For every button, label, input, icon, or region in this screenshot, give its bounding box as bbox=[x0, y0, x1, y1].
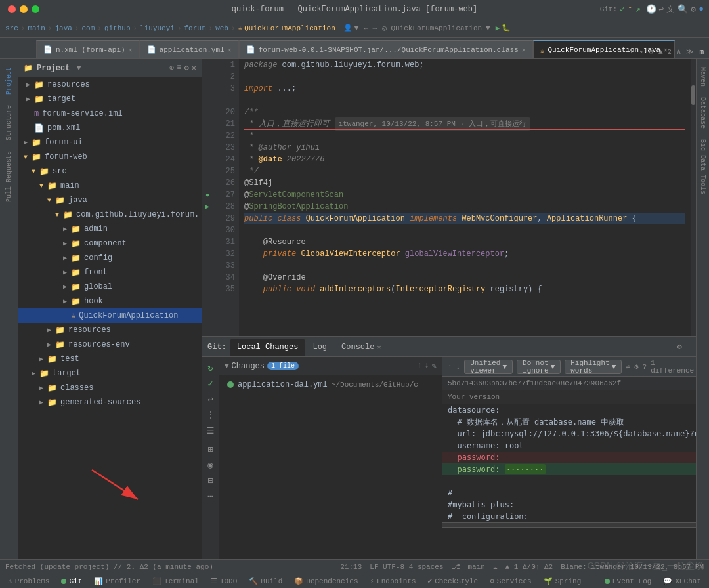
diff-split-icon[interactable]: ⇌ bbox=[626, 362, 630, 371]
git-more-icon[interactable]: ⋯ bbox=[204, 490, 217, 503]
tab-scroll-right[interactable]: › bbox=[639, 48, 644, 56]
structure-panel-label[interactable]: Structure bbox=[4, 100, 14, 146]
tab-scroll-left[interactable]: ‹ bbox=[630, 48, 634, 56]
code-editor[interactable]: package com.github.liuyueyi.forum.web; i… bbox=[239, 59, 691, 336]
tool-services[interactable]: ⚙ Services bbox=[484, 575, 536, 588]
changes-edit-icon[interactable]: ✎ bbox=[432, 361, 437, 371]
changes-up-icon[interactable]: ↑ bbox=[417, 361, 421, 371]
git-group-icon[interactable]: ⊞ bbox=[204, 442, 217, 455]
more-tabs-icon[interactable]: ≫ bbox=[686, 47, 694, 56]
project-panel-label[interactable]: Project bbox=[4, 62, 14, 100]
maximize-button[interactable] bbox=[32, 5, 39, 13]
maven-side-label[interactable]: Maven bbox=[698, 62, 708, 92]
tree-component[interactable]: ▶ 📁 component bbox=[18, 236, 202, 251]
tree-generated[interactable]: ▶ 📁 generated-sources bbox=[18, 395, 202, 410]
nav-dd-icon[interactable]: ▼ bbox=[486, 24, 490, 32]
tab-settings[interactable]: ⚙ bbox=[649, 47, 653, 56]
pull-requests-label[interactable]: Pull Requests bbox=[4, 146, 14, 207]
git-refresh-icon[interactable]: ↻ bbox=[204, 361, 217, 374]
nav-forum[interactable]: forum bbox=[184, 24, 206, 32]
tree-target[interactable]: ▶ 📁 target bbox=[18, 92, 202, 106]
tree-admin[interactable]: ▶ 📁 admin bbox=[18, 222, 202, 236]
git-revert-icon[interactable]: ↩ bbox=[204, 392, 217, 406]
tree-test[interactable]: ▶ 📁 test bbox=[18, 352, 202, 366]
tree-resources-env[interactable]: ▶ 📁 resources-env bbox=[18, 337, 202, 352]
tool-dependencies[interactable]: 📦 Dependencies bbox=[289, 575, 363, 588]
git-file-item-0[interactable]: application-dal.yml ~/Documents/GitHub/c bbox=[219, 375, 442, 394]
tool-build[interactable]: 🔨 Build bbox=[244, 575, 288, 588]
git-tab-log[interactable]: Log bbox=[306, 339, 333, 356]
close-button[interactable] bbox=[8, 5, 16, 13]
highlight-words-btn[interactable]: Highlight words ▼ bbox=[565, 360, 622, 374]
expand-icon[interactable]: ∧ bbox=[677, 47, 681, 56]
help-icon[interactable]: ● bbox=[698, 4, 704, 14]
nav-web[interactable]: web bbox=[215, 24, 228, 32]
tool-xechat[interactable]: 💬 XEChat bbox=[658, 575, 706, 588]
nav-java[interactable]: java bbox=[54, 24, 72, 32]
tree-resources[interactable]: ▶ 📁 resources bbox=[18, 77, 202, 92]
git-commit-icon[interactable]: ☰ bbox=[204, 424, 217, 437]
git-check-icon[interactable]: ✓ bbox=[204, 377, 217, 390]
tab-jar-class[interactable]: 📄 forum-web-0.0.1-SNAPSHOT.jar/.../Quick… bbox=[239, 40, 533, 58]
tab-close-xml[interactable]: ✕ bbox=[129, 46, 133, 54]
tree-target2[interactable]: ▶ 📁 target bbox=[18, 366, 202, 381]
git-tab-local-changes[interactable]: Local Changes bbox=[230, 339, 305, 356]
sort-icon[interactable]: ≡ bbox=[177, 63, 181, 73]
diff-help-icon[interactable]: ? bbox=[643, 363, 647, 371]
git-tab-console[interactable]: Console ✕ bbox=[335, 339, 387, 356]
changes-collapse-icon[interactable]: ▼ bbox=[225, 362, 229, 370]
tree-quickforum-app[interactable]: ☕ QuickForumApplication bbox=[18, 308, 202, 323]
tree-pom[interactable]: 📄 pom.xml bbox=[18, 121, 202, 135]
tree-forum-ui[interactable]: ▶ 📁 forum-ui bbox=[18, 135, 202, 150]
bigdata-side-label[interactable]: Big Data Tools bbox=[698, 134, 708, 200]
database-side-label[interactable]: Database bbox=[698, 92, 708, 134]
diff-up-icon[interactable]: ↑ bbox=[448, 363, 452, 371]
diff-down-icon[interactable]: ↓ bbox=[456, 363, 461, 371]
tree-config[interactable]: ▶ 📁 config bbox=[18, 251, 202, 265]
tool-endpoints[interactable]: ⚡ Endpoints bbox=[365, 575, 421, 588]
editor-scrollbar[interactable] bbox=[691, 59, 696, 336]
nav-class[interactable]: ☕ QuickForumApplication bbox=[238, 24, 335, 32]
scrollbar-thumb[interactable] bbox=[691, 85, 695, 105]
git-diff-icon[interactable]: ⋮ bbox=[204, 408, 217, 421]
console-close-icon[interactable]: ✕ bbox=[377, 343, 381, 351]
tree-forum-web[interactable]: ▼ 📁 forum-web bbox=[18, 150, 202, 164]
tool-git[interactable]: Git bbox=[56, 575, 87, 588]
run-icon[interactable]: ▶ bbox=[496, 24, 500, 32]
scope-icon[interactable]: ⊕ bbox=[169, 63, 174, 73]
nav-github[interactable]: github bbox=[104, 24, 131, 32]
gear-icon[interactable]: ⚙ bbox=[691, 4, 696, 14]
nav-main[interactable]: main bbox=[28, 24, 45, 32]
gear-panel-icon[interactable]: ⚙ bbox=[184, 63, 189, 73]
git-minimize-icon[interactable]: — bbox=[686, 343, 691, 352]
search-icon[interactable]: 🔍 bbox=[677, 4, 688, 14]
tree-forum-service-iml[interactable]: m forum-service.iml bbox=[18, 106, 202, 121]
tool-spring[interactable]: 🌱 Spring bbox=[538, 575, 587, 588]
tool-terminal[interactable]: ⬛ Terminal bbox=[147, 575, 204, 588]
nav-liuyueyi[interactable]: liuyueyi bbox=[140, 24, 175, 32]
tree-front[interactable]: ▶ 📁 front bbox=[18, 265, 202, 280]
tool-profiler[interactable]: 📊 Profiler bbox=[89, 575, 146, 588]
tree-hook[interactable]: ▶ 📁 hook bbox=[18, 294, 202, 308]
tree-global[interactable]: ▶ 📁 global bbox=[18, 280, 202, 294]
tree-com-pkg[interactable]: ▼ 📁 com.github.liuyueyi.forum. bbox=[18, 207, 202, 222]
tool-problems[interactable]: ⚠ Problems bbox=[3, 575, 54, 588]
changes-down-icon[interactable]: ↓ bbox=[425, 361, 429, 371]
nav-arrows[interactable]: ← → bbox=[364, 24, 377, 32]
unified-viewer-btn[interactable]: Unified viewer ▼ bbox=[464, 360, 513, 374]
tab-yml[interactable]: 📄 application.yml ✕ bbox=[140, 40, 239, 58]
tab-xml[interactable]: 📄 n.xml (form-api) ✕ bbox=[36, 40, 140, 58]
debug-icon[interactable]: 🐛 bbox=[502, 24, 511, 32]
nav-src[interactable]: src bbox=[5, 24, 18, 32]
nav-class2[interactable]: ◎ QuickForumApplication bbox=[382, 24, 482, 32]
tree-main[interactable]: ▼ 📁 main bbox=[18, 178, 202, 193]
tool-checkstyle[interactable]: ✔ CheckStyle bbox=[423, 575, 484, 588]
project-dropdown-icon[interactable]: ▼ bbox=[76, 64, 81, 73]
tab-close-jar[interactable]: ✕ bbox=[522, 46, 526, 54]
git-settings-icon[interactable]: ⚙ bbox=[677, 342, 682, 352]
diff-gear-icon[interactable]: ⚙ bbox=[634, 362, 639, 371]
ignore-btn[interactable]: Do not ignore ▼ bbox=[517, 360, 561, 374]
tree-src[interactable]: ▼ 📁 src bbox=[18, 164, 202, 178]
tree-resources2[interactable]: ▶ 📁 resources bbox=[18, 323, 202, 337]
nav-com[interactable]: com bbox=[81, 24, 95, 32]
